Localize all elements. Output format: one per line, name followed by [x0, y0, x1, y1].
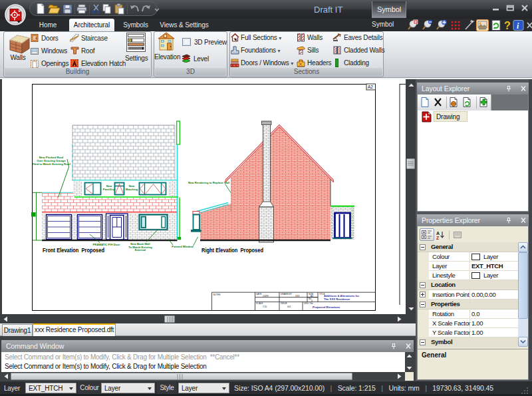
svg-text:A: A: [436, 231, 440, 236]
svg-text:Matching: Matching: [126, 188, 138, 191]
svg-text:1/3/99: 1/3/99: [263, 295, 269, 297]
svg-text:Proposed Elevations: Proposed Elevations: [313, 305, 340, 309]
svg-text:External: External: [135, 248, 146, 252]
svg-text:DRG Title: DRG Title: [304, 302, 313, 305]
svg-text:The XXX Residence: The XXX Residence: [324, 297, 350, 301]
svg-text:?: ?: [504, 20, 511, 31]
svg-text:DRAWN BY: DRAWN BY: [281, 293, 293, 296]
svg-text:A2: A2: [368, 85, 373, 89]
svg-text:001: 001: [287, 305, 291, 308]
svg-text:Painted Window: Painted Window: [172, 245, 194, 248]
svg-text:Panelling: Panelling: [103, 188, 116, 191]
svg-text:PRAMATIC P/H Door: PRAMATIC P/H Door: [93, 243, 120, 246]
svg-text:XXX: XXX: [295, 295, 300, 297]
svg-text:ISSUE: ISSUE: [281, 302, 287, 305]
svg-text:DATE: DATE: [256, 293, 261, 296]
svg-text:Tiled to Match Existing Roof: Tiled to Match Existing Roof: [32, 162, 70, 166]
svg-text:New Rendering to Replace Wall: New Rendering to Replace Wall: [188, 181, 229, 184]
svg-text:Z: Z: [436, 236, 440, 240]
svg-text:NOTES: NOTES: [213, 294, 221, 296]
svg-text:1:50: 1:50: [263, 305, 267, 308]
svg-text:Front Elevation Proposed: Front Elevation Proposed: [43, 247, 104, 254]
svg-text:SCALE: SCALE: [256, 302, 263, 305]
svg-text:Right Elevation Proposed: Right Elevation Proposed: [201, 247, 263, 254]
